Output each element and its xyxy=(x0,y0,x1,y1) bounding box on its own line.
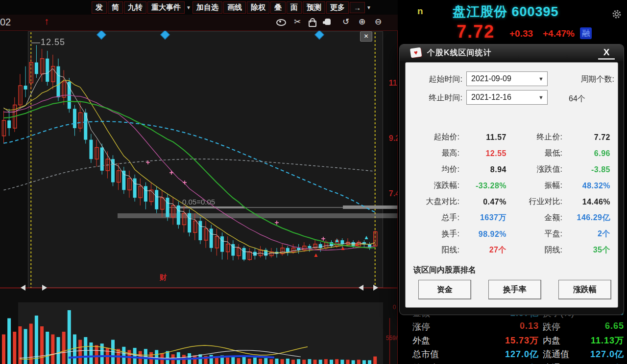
dialog-close-button[interactable]: X xyxy=(598,46,615,60)
kline-chart-canvas[interactable] xyxy=(0,0,398,364)
stat-label: 总手: xyxy=(406,213,460,223)
quote-label: 总股本 xyxy=(412,362,439,364)
toolbar-button-画线[interactable]: 画线 xyxy=(223,1,246,14)
quote-label: 总市值 xyxy=(412,348,439,360)
stat-value: -3.85 xyxy=(563,165,610,174)
start-date-label: 起始时间: xyxy=(408,74,462,85)
next-page-icon[interactable]: → xyxy=(350,2,365,13)
eye-icon[interactable] xyxy=(276,17,286,27)
stat-label: 大盘对比: xyxy=(406,197,460,207)
quote-row: 涨停0.13跌停6.65 xyxy=(398,321,627,333)
stat-label: 涨跌值: xyxy=(506,164,563,175)
stat-label: 阳线: xyxy=(406,245,460,255)
dialog-cards-icon: ♥ xyxy=(410,47,422,58)
stat-value: 146.29亿 xyxy=(563,213,610,223)
quote-value: 127.0亿 xyxy=(559,348,624,360)
gear-icon[interactable] xyxy=(611,9,622,22)
stat-value: 6.96 xyxy=(563,149,610,158)
zoom-out-icon[interactable]: ⊖ xyxy=(373,17,383,27)
top-toolbar: 发简九转重大事件▼加自选画线除权叠面预测更多→▼ xyxy=(0,0,398,16)
toolbar-button-除权[interactable]: 除权 xyxy=(247,1,269,14)
stock-name-code: 盘江股份 600395 xyxy=(453,3,559,21)
quote-label: 内盘 xyxy=(543,335,560,346)
quote-prefix-badge: n xyxy=(417,6,423,17)
stat-value: 12.55 xyxy=(460,149,506,158)
quote-value: 6.65 xyxy=(559,321,624,331)
rank-button-资金[interactable]: 资金 xyxy=(418,280,471,299)
zoom-in-icon[interactable]: ⊕ xyxy=(357,17,367,27)
rank-button-涨跌幅[interactable]: 涨跌幅 xyxy=(558,280,611,299)
stat-label: 涨跌幅: xyxy=(406,181,460,191)
chevron-down-icon[interactable]: ▼ xyxy=(186,5,191,10)
stat-label: 起始价: xyxy=(406,132,460,142)
stat-label: 最低: xyxy=(506,148,563,159)
quote-label: 涨停 xyxy=(412,321,430,333)
toolbar-button-加自选[interactable]: 加自选 xyxy=(193,1,222,14)
stat-value: 8.94 xyxy=(460,165,506,174)
toolbar-button-更多[interactable]: 更多 xyxy=(326,1,349,14)
stat-value: -33.28% xyxy=(460,182,506,190)
pane-axis-label: 0 xyxy=(393,304,396,311)
lock-icon-shape xyxy=(309,21,316,27)
toolbar-button-预测[interactable]: 预测 xyxy=(303,1,325,14)
interval-stats-dialog: ♥ 个股K线区间统计 X 起始时间: 2021-09-09 ▼ 周期个数: 终止… xyxy=(399,44,624,315)
toolbar-button-叠[interactable]: 叠 xyxy=(270,1,286,14)
rank-section-label: 该区间内股票排名 xyxy=(413,265,476,275)
dialog-body: 起始时间: 2021-09-09 ▼ 周期个数: 终止时间: 2021-12-1… xyxy=(405,62,618,308)
price-change-pct: +4.47% xyxy=(543,28,575,39)
stats-grid: 起始价:11.57终止价:7.72最高:12.55最低:6.96均价:8.94涨… xyxy=(406,129,619,258)
dialog-title: 个股K线区间统计 xyxy=(427,48,492,58)
quote-row: 总股本16.58亿流通股16.58亿 xyxy=(398,362,627,364)
end-date-value: 2021-12-16 xyxy=(471,93,511,101)
start-date-combobox[interactable]: 2021-09-09 ▼ xyxy=(466,71,548,86)
price-axis-label: 9.2 xyxy=(389,134,399,143)
toolbar-button-简[interactable]: 简 xyxy=(108,1,123,14)
quote-value: 15.73万 xyxy=(460,335,539,346)
toolbar-button-面[interactable]: 面 xyxy=(287,1,302,14)
toolbar-button-九转[interactable]: 九转 xyxy=(124,1,146,14)
end-date-label: 终止时间: xyxy=(408,93,462,103)
stat-label: 行业对比: xyxy=(506,197,563,207)
chart-header-bar: 02 ↑ ✂↺⊕⊖ xyxy=(0,15,398,31)
quote-value: 11.13万 xyxy=(559,335,624,346)
stat-value: 0.47% xyxy=(460,198,506,206)
hand-icon[interactable] xyxy=(325,17,335,27)
quote-value: 127.0亿 xyxy=(460,348,539,360)
watermark-glyph: 财 xyxy=(160,273,167,282)
last-price: 7.72 xyxy=(457,22,495,42)
price-change: +0.33 xyxy=(509,28,533,39)
chevron-down-icon[interactable]: ▼ xyxy=(366,5,371,10)
up-flag-icon: ↑ xyxy=(44,16,49,27)
scissors-icon[interactable]: ✂ xyxy=(292,17,302,27)
hand-icon-shape xyxy=(325,19,331,25)
stat-value: 27个 xyxy=(460,245,506,255)
stat-label: 换手: xyxy=(406,229,460,239)
undo-icon[interactable]: ↺ xyxy=(341,17,351,27)
stat-value: 48.32% xyxy=(563,182,610,190)
quote-label: 外盘 xyxy=(412,335,430,346)
chevron-down-icon[interactable]: ▼ xyxy=(538,91,544,104)
quote-value: 16.58亿 xyxy=(559,362,624,364)
stat-label: 终止价: xyxy=(506,132,563,142)
chart-close-button[interactable]: ✕ xyxy=(360,31,372,42)
toolbar-button-发[interactable]: 发 xyxy=(92,1,107,14)
stat-label: 最高: xyxy=(406,148,460,159)
chevron-down-icon[interactable]: ▼ xyxy=(538,72,544,86)
toolbar-button-重大事件[interactable]: 重大事件 xyxy=(147,1,185,14)
stat-label: 均价: xyxy=(406,164,460,175)
quote-label: 跌停 xyxy=(543,321,560,333)
eye-icon-shape xyxy=(276,19,286,26)
price-axis-label: 7.4 xyxy=(389,189,399,198)
measure-tool-label: 0.05=0.05 xyxy=(182,198,215,206)
stat-value: 2个 xyxy=(563,229,610,239)
lock-icon[interactable] xyxy=(309,17,318,27)
stat-value: 7.72 xyxy=(563,133,610,142)
stat-value: 98.92% xyxy=(460,230,506,239)
dialog-titlebar[interactable]: ♥ 个股K线区间统计 X xyxy=(400,45,624,61)
stat-label: 平盘: xyxy=(506,229,563,239)
stat-value: 35个 xyxy=(563,245,610,255)
rank-button-换手率[interactable]: 换手率 xyxy=(488,280,541,299)
peak-price-label: —12.55 xyxy=(31,37,65,47)
end-date-combobox[interactable]: 2021-12-16 ▼ xyxy=(466,90,548,105)
stat-label: 阴线: xyxy=(506,245,563,255)
